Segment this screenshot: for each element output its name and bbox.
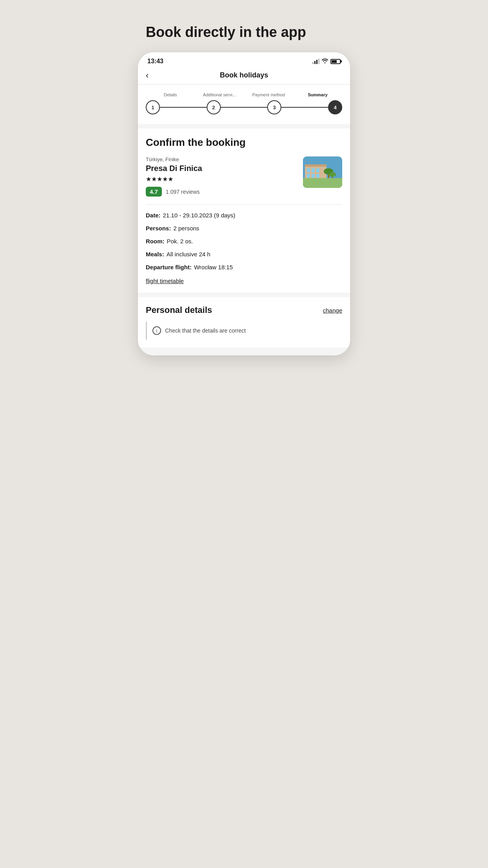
hotel-stars: ★★★★★ xyxy=(146,175,297,183)
step-circle-1: 1 xyxy=(146,100,160,114)
content-area: Details Additional servi... Payment meth… xyxy=(138,85,350,355)
page-headline: Book directly in the app xyxy=(122,0,366,52)
flight-timetable-link-wrapper: flight timetable xyxy=(146,276,342,285)
hotel-image xyxy=(303,156,342,188)
step-label-2: Additional servi... xyxy=(195,92,244,97)
svg-point-12 xyxy=(329,172,336,177)
nav-bar: ‹ Book holidays xyxy=(138,68,350,85)
step-circle-4: 4 xyxy=(328,100,342,114)
svg-rect-14 xyxy=(303,183,342,188)
rating-row: 4.7 1 097 reviews xyxy=(146,187,297,197)
signal-bars-icon xyxy=(312,59,319,64)
room-value: Pok. 2 os. xyxy=(167,237,193,245)
divider-1 xyxy=(146,204,342,205)
flight-timetable-link[interactable]: flight timetable xyxy=(146,278,184,284)
page-wrapper: Book directly in the app 13:43 xyxy=(122,0,366,371)
booking-section: Confirm the booking Türkiye, Finike Pres… xyxy=(138,129,350,292)
info-notice-text: Check that the details are correct xyxy=(165,327,246,334)
steps-track: 1 2 3 4 xyxy=(146,100,342,114)
svg-rect-7 xyxy=(316,174,319,178)
back-button[interactable]: ‹ xyxy=(146,70,149,81)
personal-section: Personal details change i Check that the… xyxy=(138,297,350,348)
date-row: Date: 21.10 - 29.10.2023 (9 days) xyxy=(146,211,342,219)
steps-container: Details Additional servi... Payment meth… xyxy=(138,85,350,124)
info-notice: i Check that the details are correct xyxy=(146,322,342,340)
persons-row: Persons: 2 persons xyxy=(146,224,342,232)
departure-row: Departure flight: Wrocław 18:15 xyxy=(146,263,342,271)
svg-rect-3 xyxy=(312,168,315,172)
svg-rect-6 xyxy=(312,174,315,178)
personal-title: Personal details xyxy=(146,305,212,315)
svg-rect-4 xyxy=(316,168,319,172)
step-circle-2: 2 xyxy=(207,100,221,114)
meals-label: Meals: xyxy=(146,250,164,258)
review-count: 1 097 reviews xyxy=(166,189,200,195)
status-bar: 13:43 xyxy=(138,52,350,68)
hotel-name: Presa Di Finica xyxy=(146,164,297,173)
steps-line xyxy=(154,107,334,108)
step-label-1: Details xyxy=(146,92,195,97)
hotel-card: Türkiye, Finike Presa Di Finica ★★★★★ 4.… xyxy=(146,156,342,197)
persons-label: Persons: xyxy=(146,224,171,232)
personal-header: Personal details change xyxy=(146,305,342,315)
change-link[interactable]: change xyxy=(323,307,342,314)
svg-point-13 xyxy=(309,182,332,188)
phone-frame: 13:43 ‹ Book holidays xyxy=(138,52,350,355)
persons-value: 2 persons xyxy=(173,224,199,232)
status-time: 13:43 xyxy=(147,58,163,65)
step-label-4: Summary xyxy=(293,92,342,97)
svg-rect-2 xyxy=(307,168,310,172)
room-label: Room: xyxy=(146,237,165,245)
steps-labels: Details Additional servi... Payment meth… xyxy=(146,92,342,97)
status-icons xyxy=(312,58,341,64)
hotel-image-placeholder xyxy=(303,156,342,188)
meals-value: All inclusive 24 h xyxy=(167,250,211,258)
departure-value: Wrocław 18:15 xyxy=(194,263,233,271)
hotel-location: Türkiye, Finike xyxy=(146,156,297,162)
room-row: Room: Pok. 2 os. xyxy=(146,237,342,245)
wifi-icon xyxy=(322,58,328,64)
departure-label: Departure flight: xyxy=(146,263,192,271)
date-label: Date: xyxy=(146,211,161,219)
date-value: 21.10 - 29.10.2023 (9 days) xyxy=(163,211,235,219)
rating-badge: 4.7 xyxy=(146,187,162,197)
svg-rect-8 xyxy=(305,164,327,167)
step-label-3: Payment method xyxy=(244,92,293,97)
battery-icon xyxy=(330,59,341,64)
info-icon: i xyxy=(152,326,161,335)
svg-rect-5 xyxy=(307,174,310,178)
confirm-title: Confirm the booking xyxy=(146,136,342,149)
meals-row: Meals: All inclusive 24 h xyxy=(146,250,342,258)
hotel-info: Türkiye, Finike Presa Di Finica ★★★★★ 4.… xyxy=(146,156,297,197)
nav-title: Book holidays xyxy=(220,71,268,79)
step-circle-3: 3 xyxy=(267,100,281,114)
